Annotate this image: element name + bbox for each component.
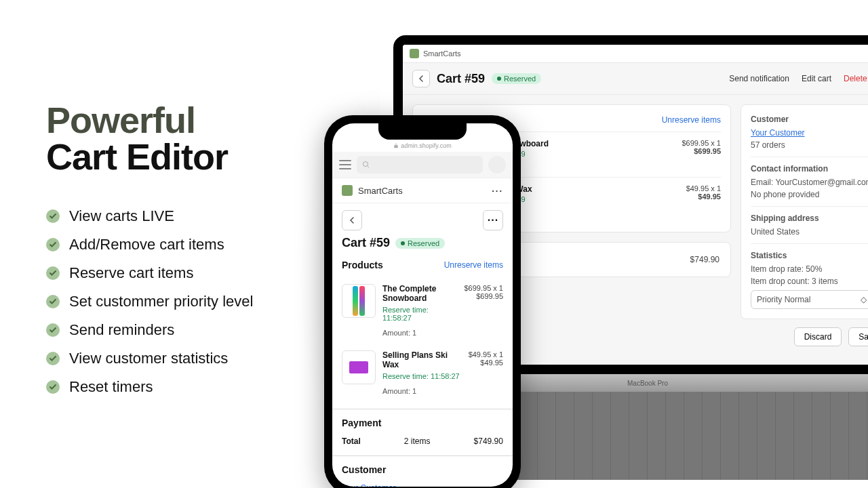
page-title: Cart #59 — [437, 72, 485, 86]
product-row: The Complete Snowboard Reserve time: 11:… — [342, 277, 503, 344]
back-button[interactable] — [412, 70, 430, 87]
app-logo-icon — [342, 185, 353, 196]
check-icon — [46, 352, 60, 365]
unit-price: $49.95 x 1 — [469, 350, 503, 359]
customer-name-link[interactable]: Your Customer — [751, 128, 805, 138]
delete-cart-button[interactable]: Delete cart — [844, 74, 868, 83]
feature-item: Send reminders — [46, 321, 317, 339]
contact-heading: Contact information — [751, 164, 868, 174]
product-amount: Amount: 1 — [382, 329, 458, 337]
headline: Powerful Cart Editor — [46, 102, 317, 175]
line-price: $699.95 — [465, 292, 504, 300]
customer-card: Customer Your Customer 57 orders Contact… — [741, 104, 868, 319]
save-button[interactable]: Sav — [848, 327, 868, 346]
customer-email: Email: YourCustomer@gmail.com — [751, 178, 868, 187]
phone-mockup: admin.shopify.com SmartCarts ··· ··· — [324, 115, 521, 488]
app-logo-icon — [410, 49, 419, 58]
customer-heading: Customer — [342, 464, 503, 475]
check-icon — [46, 323, 60, 337]
edit-cart-button[interactable]: Edit cart — [802, 74, 831, 83]
total-amount: $749.90 — [690, 255, 719, 264]
status-badge: Reserved — [492, 73, 541, 84]
unit-price: $699.95 x 1 — [465, 284, 504, 292]
line-price: $49.95 — [686, 192, 721, 201]
products-heading: Products — [342, 260, 383, 270]
feature-item: View customer statistics — [46, 350, 317, 367]
send-notification-button[interactable]: Send notification — [729, 74, 789, 83]
line-price: $699.95 — [682, 147, 722, 155]
check-icon — [46, 295, 60, 308]
lock-icon — [393, 143, 399, 148]
unreserve-items-link[interactable]: Unreserve items — [662, 115, 721, 125]
more-button[interactable]: ··· — [492, 186, 503, 196]
reserve-time: Reserve time: 11:58:27 — [382, 306, 458, 322]
total-label: Total — [342, 436, 361, 446]
shipping-heading: Shipping address — [751, 214, 868, 223]
unit-price: $49.95 x 1 — [686, 184, 721, 192]
product-row: Selling Plans Ski Wax Reserve time: 11:5… — [342, 344, 503, 402]
desktop-appbar: SmartCarts — [403, 45, 868, 63]
check-icon — [46, 266, 60, 280]
back-button[interactable] — [342, 210, 362, 230]
hamburger-menu-icon[interactable] — [339, 160, 351, 169]
chevron-updown-icon: ◇ — [861, 295, 867, 304]
svg-rect-0 — [395, 145, 398, 148]
product-thumbnail — [342, 350, 376, 384]
statistics-heading: Statistics — [751, 251, 868, 260]
status-badge: Reserved — [395, 238, 445, 249]
app-name: SmartCarts — [358, 186, 403, 196]
feature-list: View carts LIVE Add/Remove cart items Re… — [46, 207, 317, 396]
customer-name-link[interactable]: Your Customer — [342, 483, 503, 487]
drop-count: Item drop count: 3 items — [751, 277, 868, 286]
total-items: 2 items — [404, 436, 431, 446]
payment-heading: Payment — [342, 418, 503, 428]
search-input[interactable] — [357, 156, 483, 174]
check-icon — [46, 209, 60, 223]
headline-line-1: Powerful — [46, 102, 317, 138]
line-price: $49.95 — [469, 359, 503, 367]
feature-item: Reset timers — [46, 378, 317, 396]
product-name: Selling Plans Ski Wax — [382, 350, 462, 369]
svg-point-1 — [363, 162, 368, 167]
discard-button[interactable]: Discard — [794, 327, 842, 346]
check-icon — [46, 238, 60, 251]
feature-item: Add/Remove cart items — [46, 236, 317, 253]
feature-item: Set custommer priority level — [46, 293, 317, 310]
shipping-country: United States — [751, 227, 868, 237]
feature-item: Reserve cart items — [46, 264, 317, 282]
headline-line-2: Cart Editor — [46, 138, 317, 175]
customer-heading: Customer — [751, 115, 868, 124]
marketing-copy: Powerful Cart Editor View carts LIVE Add… — [46, 102, 317, 407]
total-amount: $749.90 — [474, 436, 503, 446]
product-thumbnail — [342, 284, 376, 318]
unreserve-items-link[interactable]: Unreserve items — [444, 260, 503, 270]
product-amount: Amount: 1 — [382, 387, 462, 395]
search-icon — [362, 161, 370, 169]
more-actions-button[interactable]: ··· — [483, 210, 503, 230]
customer-orders: 57 orders — [751, 140, 868, 150]
page-title: Cart #59 — [342, 236, 390, 250]
app-name: SmartCarts — [423, 49, 461, 58]
feature-item: View carts LIVE — [46, 207, 317, 225]
check-icon — [46, 380, 60, 394]
avatar[interactable] — [488, 156, 506, 174]
product-name: The Complete Snowboard — [382, 284, 458, 303]
unit-price: $699.95 x 1 — [682, 139, 722, 147]
customer-phone: No phone provided — [751, 190, 868, 199]
reserve-time: Reserve time: 11:58:27 — [382, 372, 462, 380]
priority-select[interactable]: Priority Normal ◇ — [751, 290, 868, 309]
drop-rate: Item drop rate: 50% — [751, 264, 868, 274]
